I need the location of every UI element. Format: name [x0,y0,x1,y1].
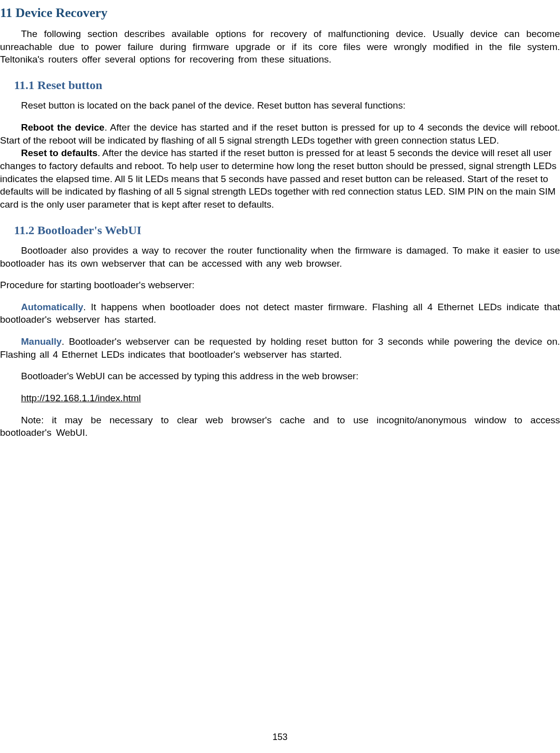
paragraph-bootloader-intro: Bootloader also provides a way to recove… [0,244,560,270]
auto-text: . It happens when bootloader does not de… [0,302,560,325]
heading-1: 11 Device Recovery [0,4,560,22]
bootloader-link[interactable]: http://192.168.1.1/index.html [21,393,141,403]
heading-2-bootloader: 11.2 Bootloader's WebUI [14,222,560,238]
heading-2-reset: 11.1 Reset button [14,77,560,93]
page-number: 153 [0,731,560,743]
paragraph-note: Note: it may be necessary to clear web b… [0,414,560,439]
reset-bold: Reset to defaults [21,148,98,158]
auto-bold: Automatically [21,302,84,312]
paragraph-reset-intro: Reset button is located on the back pane… [0,99,560,112]
paragraph-reboot: Reboot the device. After the device has … [0,121,560,147]
paragraph-link: http://192.168.1.1/index.html [0,392,560,405]
paragraph-intro: The following section describes availabl… [0,28,560,66]
paragraph-auto: Automatically. It happens when bootloade… [0,301,560,326]
manual-bold: Manually [21,336,62,347]
paragraph-reset-defaults: Reset to defaults. After the device has … [0,147,560,211]
manual-text: . Bootloader's webserver can be requeste… [0,336,560,360]
paragraph-procedure-intro: Procedure for starting bootloader's webs… [0,279,560,292]
paragraph-access: Bootloader's WebUI can be accessed by ty… [0,370,560,383]
paragraph-manual: Manually. Bootloader's webserver can be … [0,335,560,361]
reboot-bold: Reboot the device [21,122,104,133]
